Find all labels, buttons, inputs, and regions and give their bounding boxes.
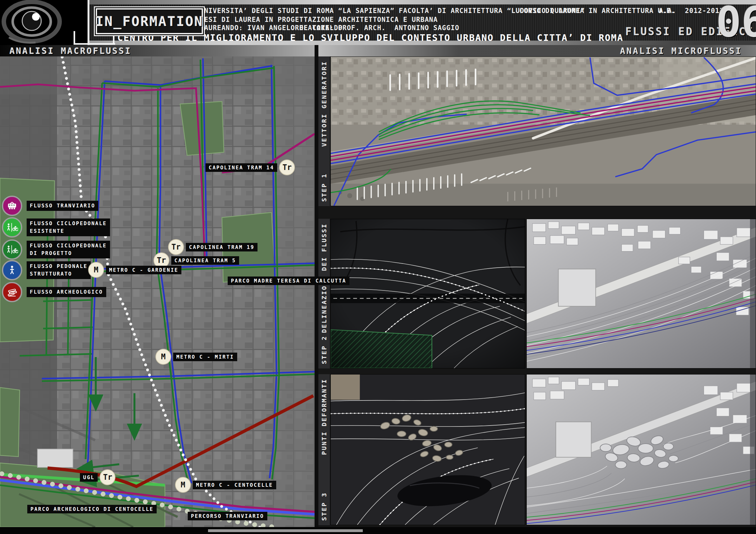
- pedestrian-icon: [2, 260, 22, 280]
- metro-marker: M: [88, 262, 104, 278]
- map-label-metro-mirti: M METRO C - MIRTI: [155, 349, 237, 365]
- map-label-ugl: UGL Tr: [80, 469, 116, 485]
- advisor-line: RELATORE: PROF. ARCH. ANTONINO SAGGIO: [295, 24, 459, 32]
- step3-render-image: [526, 374, 756, 525]
- map-label-parco-archeologico: PARCO ARCHEOLOGICO DI CENTOCELLE: [27, 505, 157, 513]
- step3-model-photo: [331, 374, 525, 525]
- archaeology-icon: [2, 282, 22, 302]
- legend-item-archaeological: FLUSSO ARCHEOLOGICO: [2, 282, 106, 302]
- step3-title: PUNTI DEFORMANTI: [320, 379, 328, 455]
- legend-label: FLUSSO CICLOPEDONALE ESISTENTE: [27, 219, 110, 236]
- step3-label: STEP 3: [320, 492, 328, 521]
- header: IN_FORMATION UNIVERSITA’ DEGLI STUDI DI …: [0, 0, 756, 45]
- legend-item-pedestrian: FLUSSO PEDONALE STRUTTURATO: [2, 260, 91, 280]
- step1-label: STEP 1: [320, 173, 328, 202]
- board-number: 06: [716, 0, 756, 46]
- step1-title: VETTORI GENERATORI: [320, 61, 328, 147]
- legend-label: FLUSSO CICLOPEDONALE DI PROGETTO: [27, 241, 110, 258]
- step2-model-photo: [331, 219, 525, 368]
- section-strip-left: ANALISI MACROFLUSSI: [0, 45, 318, 56]
- legend-item-tram: FLUSSO TRANVIARIO: [2, 196, 98, 216]
- metro-marker: M: [175, 477, 191, 493]
- legend-label: FLUSSO ARCHEOLOGICO: [27, 287, 106, 297]
- map-label-parco-madre-teresa: PARCO MADRE TERESA DI CALCUTTA: [228, 277, 349, 285]
- metro-marker: M: [155, 349, 171, 365]
- legend-item-bike-existing: FLUSSO CICLOPEDONALE ESISTENTE: [2, 217, 110, 237]
- map-label-metro-gardenie: M METRO C - GARDENIE: [88, 262, 181, 278]
- legend-label: FLUSSO TRANVIARIO: [27, 201, 98, 211]
- tram-stop-marker: Tr: [279, 159, 295, 175]
- course-line: CORSO DI LAUREA IN ARCHITETTURA U.E.: [520, 7, 675, 14]
- thesis-board: IN_FORMATION UNIVERSITA’ DEGLI STUDI DI …: [0, 0, 756, 534]
- pedestrian-bicycle-icon: [2, 217, 22, 237]
- step1-aerial-image: [331, 56, 756, 206]
- micro-section-title: ANALISI MICROFLUSSI: [620, 46, 742, 56]
- information-logo: IN_FORMATION: [96, 8, 203, 34]
- year-line: A.A. 2012-2013: [659, 7, 724, 14]
- tram-stop-marker: Tr: [99, 469, 116, 485]
- thesis-line: TESI DI LAUREA IN PROGETTAZIONE ARCHITET…: [200, 16, 438, 23]
- step2-render-image: [526, 219, 756, 368]
- map-label-percorso-tranviario: PERCORSO TRANVIARIO: [188, 512, 267, 521]
- step3-strip: PUNTI DEFORMANTI STEP 3: [318, 374, 330, 525]
- step2-label: STEP 2: [320, 335, 328, 364]
- map-label-metro-centocelle: M METRO C - CENTOCELLE: [175, 477, 276, 493]
- legend-label: FLUSSO PEDONALE STRUTTURATO: [27, 261, 91, 279]
- bottom-strip: [0, 527, 756, 534]
- macro-section-title: ANALISI MACROFLUSSI: [10, 46, 132, 56]
- macro-flow-map: FLUSSO TRANVIARIO FLUSSO CICLOPEDONALE E…: [0, 56, 314, 527]
- step2-strip: DELINEAZIONE DEI FLUSSI STEP 2: [318, 219, 330, 368]
- step1-strip: VETTORI GENERATORI STEP 1: [318, 56, 330, 206]
- section-strip-right: ANALISI MICROFLUSSI: [318, 45, 756, 56]
- tram-icon: [2, 196, 22, 216]
- legend-item-bike-project: FLUSSO CICLOPEDONALE DI PROGETTO: [2, 239, 110, 260]
- logo-text: IN_FORMATION: [95, 13, 203, 29]
- map-label-capolinea-tram-14: CAPOLINEA TRAM 14 Tr: [205, 159, 295, 175]
- pedestrian-bicycle-icon: [2, 239, 22, 260]
- column-divider: [314, 45, 318, 527]
- bottom-strip-accent: [208, 529, 363, 532]
